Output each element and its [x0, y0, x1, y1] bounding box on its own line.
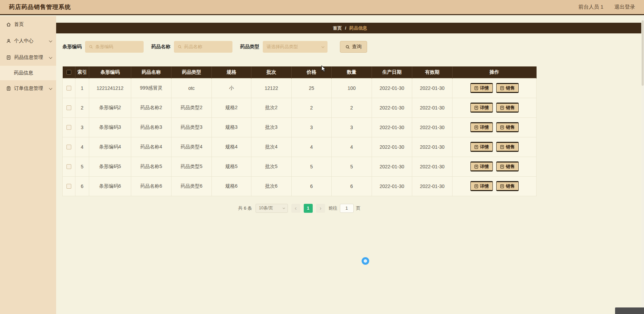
filter-bar: 条形编码 条形编码 药品名称 药品名称 药品类型 请选择药品类型 查询 — [62, 41, 644, 53]
sell-button[interactable]: 销售 — [496, 122, 519, 132]
document-icon — [500, 165, 504, 169]
col-type: 药品类型 — [172, 66, 212, 78]
detail-button[interactable]: 详情 — [470, 122, 493, 132]
logout-link[interactable]: 退出登录 — [614, 4, 635, 10]
col-spec: 规格 — [212, 66, 251, 78]
cell-prod_date: 2022-01-30 — [372, 176, 412, 196]
floating-help-button[interactable] — [362, 257, 369, 265]
breadcrumb-separator: / — [345, 25, 346, 31]
cell-expiry: 2022-01-30 — [412, 137, 453, 157]
top-header: 药店药品销售管理系统 前台人员 1 退出登录 — [0, 0, 644, 15]
row-checkbox[interactable] — [66, 86, 71, 91]
cell-type: 药品类型5 — [172, 157, 212, 176]
cell-type: otc — [172, 78, 212, 98]
cell-prod_date: 2022-01-30 — [372, 117, 412, 137]
cell-name: 药品名称5 — [131, 157, 172, 176]
current-user[interactable]: 前台人员 1 — [578, 4, 603, 10]
table-row: 6条形编码6药品名称6药品类型6规格6批次6662022-01-302022-0… — [63, 176, 537, 196]
drug-name-input[interactable]: 药品名称 — [174, 41, 232, 53]
sidebar-item-home[interactable]: 首页 — [0, 16, 56, 33]
cell-batch: 批次5 — [251, 157, 292, 176]
sell-button[interactable]: 销售 — [496, 142, 519, 152]
cell-type: 药品类型2 — [172, 98, 212, 117]
sell-button[interactable]: 销售 — [496, 181, 519, 191]
cell-index: 2 — [75, 98, 89, 117]
app-title: 药店药品销售管理系统 — [9, 3, 71, 11]
sidebar-item-profile[interactable]: 个人中心 — [0, 33, 56, 49]
row-checkbox[interactable] — [66, 125, 71, 130]
drug-table: 索引 条形编码 药品名称 药品类型 规格 批次 价格 数量 生产日期 有效期 操… — [62, 66, 537, 196]
cell-prod_date: 2022-01-30 — [372, 157, 412, 176]
cell-name: 药品名称3 — [131, 117, 172, 137]
mouse-cursor — [320, 65, 327, 72]
row-checkbox[interactable] — [66, 145, 71, 149]
clipboard-icon — [6, 86, 11, 91]
pagination-total: 共 6 条 — [238, 205, 252, 211]
search-icon — [345, 45, 350, 49]
next-page-button[interactable]: › — [316, 204, 325, 213]
page-size-select[interactable]: 10条/页 — [256, 204, 288, 213]
cell-expiry: 2022-01-30 — [412, 117, 453, 137]
user-icon — [6, 39, 11, 43]
document-icon — [474, 86, 478, 90]
page-number-1[interactable]: 1 — [304, 204, 313, 213]
search-button-label: 查询 — [352, 44, 362, 50]
detail-button[interactable]: 详情 — [470, 103, 493, 113]
sell-button[interactable]: 销售 — [496, 161, 519, 171]
scrollbar-thumb[interactable] — [642, 20, 644, 86]
cell-prod_date: 2022-01-30 — [372, 78, 412, 98]
cell-batch: 批次6 — [251, 176, 292, 196]
sidebar: 首页 个人中心 药品信息管理 药品信息 订单信息管理 — [0, 16, 56, 314]
barcode-input[interactable]: 条形编码 — [85, 41, 144, 53]
drug-type-select[interactable]: 请选择药品类型 — [263, 41, 328, 53]
cell-barcode: 1221241212 — [89, 78, 131, 98]
table-body: 11221241212999感冒灵otc小12122251002022-01-3… — [63, 78, 537, 196]
cell-name: 药品名称2 — [131, 98, 172, 117]
cell-type: 药品类型6 — [172, 176, 212, 196]
breadcrumb-home[interactable]: 首页 — [333, 25, 342, 31]
prev-page-button[interactable]: ‹ — [291, 204, 300, 213]
main-content: 首页 / 药品信息 条形编码 条形编码 药品名称 药品名称 药品类型 请选择药品… — [56, 16, 644, 314]
search-button[interactable]: 查询 — [340, 41, 367, 53]
cell-name: 药品名称4 — [131, 137, 172, 157]
detail-button[interactable]: 详情 — [470, 142, 493, 152]
cell-spec: 小 — [212, 78, 251, 98]
cell-spec: 规格6 — [212, 176, 251, 196]
sell-button[interactable]: 销售 — [496, 103, 519, 113]
row-checkbox[interactable] — [66, 184, 71, 189]
barcode-label: 条形编码 — [62, 44, 82, 50]
cell-prod_date: 2022-01-30 — [372, 137, 412, 157]
cell-prod_date: 2022-01-30 — [372, 98, 412, 117]
sidebar-item-drug-management[interactable]: 药品信息管理 — [0, 49, 56, 66]
sidebar-item-label: 个人中心 — [14, 38, 33, 44]
cell-barcode: 条形编码6 — [89, 176, 131, 196]
detail-button[interactable]: 详情 — [470, 161, 493, 171]
cell-price: 3 — [292, 117, 332, 137]
cell-batch: 批次3 — [251, 117, 292, 137]
page-scrollbar[interactable] — [641, 16, 644, 314]
sidebar-item-drug-info[interactable]: 药品信息 — [0, 66, 56, 80]
cell-qty: 6 — [332, 176, 372, 196]
document-icon — [474, 165, 478, 169]
select-all-checkbox[interactable] — [66, 70, 71, 75]
cell-barcode: 条形编码3 — [89, 117, 131, 137]
detail-button[interactable]: 详情 — [470, 181, 493, 191]
document-icon — [500, 125, 504, 129]
chevron-down-icon — [49, 39, 52, 42]
cell-spec: 规格3 — [212, 117, 251, 137]
cell-index: 3 — [75, 117, 89, 137]
sidebar-item-order-management[interactable]: 订单信息管理 — [0, 80, 56, 97]
detail-button[interactable]: 详情 — [470, 83, 493, 93]
table-row: 3条形编码3药品名称3药品类型3规格3批次3332022-01-302022-0… — [63, 117, 537, 137]
row-checkbox[interactable] — [66, 105, 71, 110]
cell-qty: 3 — [332, 117, 372, 137]
document-icon — [500, 106, 504, 110]
row-checkbox[interactable] — [66, 164, 71, 169]
goto-page-input[interactable] — [340, 204, 354, 213]
col-barcode: 条形编码 — [89, 66, 131, 78]
drug-name-placeholder: 药品名称 — [184, 44, 202, 50]
sell-button[interactable]: 销售 — [496, 83, 519, 93]
breadcrumb: 首页 / 药品信息 — [56, 23, 644, 33]
cell-price: 25 — [292, 78, 332, 98]
table-row: 11221241212999感冒灵otc小12122251002022-01-3… — [63, 78, 537, 98]
